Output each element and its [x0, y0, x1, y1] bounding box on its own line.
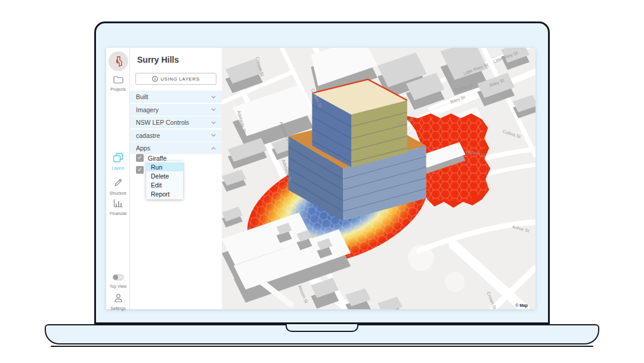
sidebar-item-label: Layers [106, 166, 130, 170]
layer-section-built[interactable]: Built [130, 91, 222, 103]
chevron-up-icon [211, 147, 216, 150]
layers-panel: Surry Hills USING LAYERS Built Imagery [130, 48, 222, 309]
sidebar-item-financial[interactable]: Financial [106, 199, 130, 216]
chevron-down-icon [211, 121, 216, 124]
layer-section-cadastre[interactable]: cadastre [130, 130, 222, 141]
chevron-down-icon [211, 108, 216, 111]
menu-item-edit[interactable]: Edit [146, 180, 183, 189]
person-icon [114, 294, 123, 303]
laptop-screen: Projects Layers Structure [94, 21, 550, 324]
folder-icon [113, 75, 123, 84]
layer-section-list: Built Imagery NSW LEP Controls cadastre [130, 91, 222, 155]
chevron-down-icon [211, 96, 216, 99]
nav-rail: Projects Layers Structure [106, 48, 130, 309]
laptop-base [45, 324, 599, 344]
sidebar-item-label: Projects [106, 87, 130, 91]
map-canvas[interactable]: Cooper St Adelaide St Adelaide Pl Adelai… [222, 48, 535, 309]
laptop-mockup: Projects Layers Structure [0, 0, 644, 363]
pencil-icon [113, 178, 123, 187]
sidebar-item-top-view[interactable]: Top View [106, 272, 130, 288]
sidebar-item-projects[interactable]: Projects [106, 75, 130, 91]
layer-section-imagery[interactable]: Imagery [130, 104, 222, 116]
sidebar-item-label: Settings [106, 306, 130, 310]
checkbox-checked[interactable]: ✓ [136, 154, 144, 162]
info-icon [152, 76, 158, 82]
sidebar-item-label: Financial [106, 211, 130, 216]
page-title: Surry Hills [130, 48, 222, 64]
app-window: Projects Layers Structure [106, 48, 535, 309]
menu-item-report[interactable]: Report [146, 189, 183, 198]
sidebar-item-settings[interactable]: Settings [106, 294, 130, 310]
laptop-notch [286, 324, 358, 332]
using-layers-button[interactable]: USING LAYERS [135, 73, 216, 85]
layer-section-apps[interactable]: Apps [130, 142, 222, 154]
checkbox-checked[interactable]: ✓ [136, 166, 144, 174]
giraffe-logo [109, 51, 128, 71]
context-menu: Run Delete Edit Report [146, 161, 183, 199]
sidebar-item-label: Structure [106, 191, 130, 195]
menu-item-run[interactable]: Run [146, 162, 183, 171]
menu-item-delete[interactable]: Delete [146, 171, 183, 180]
map-attribution: © Map [515, 303, 528, 308]
layers-icon [113, 153, 123, 162]
sidebar-item-structure[interactable]: Structure [106, 178, 130, 195]
giraffe-logo-icon [114, 56, 123, 67]
bar-chart-icon [113, 199, 123, 208]
toggle-icon [112, 274, 124, 281]
layer-section-nsw-lep-controls[interactable]: NSW LEP Controls [130, 116, 222, 128]
sidebar-item-label: Top View [106, 284, 130, 288]
chevron-down-icon [211, 134, 216, 137]
sidebar-item-layers[interactable]: Layers [106, 153, 130, 170]
